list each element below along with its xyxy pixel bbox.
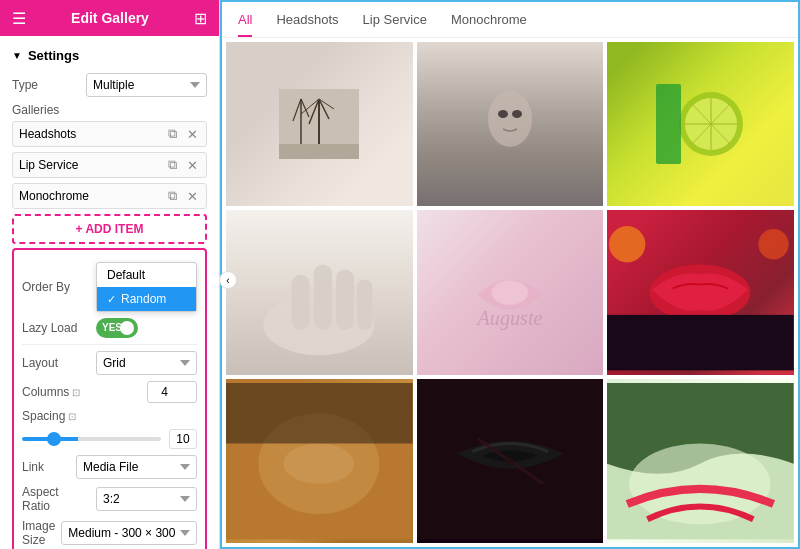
spacing-label-wrap: Spacing ⊡ <box>22 409 76 423</box>
svg-rect-9 <box>279 144 359 159</box>
settings-toggle[interactable]: ▼ Settings <box>12 44 207 67</box>
dropdown-option-random[interactable]: ✓ Random <box>97 287 196 311</box>
dark-lips-svg <box>417 379 604 543</box>
lime-svg <box>656 84 746 164</box>
spacing-slider-row <box>22 429 197 449</box>
spacing-label: Spacing <box>22 409 65 423</box>
sidebar-collapse-button[interactable]: ‹ <box>219 271 237 289</box>
gallery-image-lime <box>607 42 794 206</box>
lazy-load-label: Lazy Load <box>22 321 90 335</box>
image-size-select[interactable]: Medium - 300 × 300 Thumbnail Large <box>61 521 197 545</box>
face-svg <box>475 79 545 169</box>
order-by-row: Order By Default ✓ Random <box>22 262 197 312</box>
gallery-cell-3 <box>607 42 794 206</box>
sidebar-content: ▼ Settings Type Multiple Single Gallerie… <box>0 36 219 549</box>
gallery-cell-2 <box>417 42 604 206</box>
lazy-load-toggle-wrap: YES <box>96 318 138 338</box>
layout-row: Layout Grid Masonry Slider <box>22 351 197 375</box>
hands-svg <box>226 210 413 374</box>
gallery-cell-1 <box>226 42 413 206</box>
main-content: All Headshots Lip Service Monochrome <box>220 0 800 549</box>
tab-all[interactable]: All <box>238 12 252 37</box>
svg-point-10 <box>488 91 532 147</box>
collapse-icon: ▼ <box>12 50 22 61</box>
link-select[interactable]: Media File None Attachment Page <box>76 455 197 479</box>
settings-section: ▼ Settings Type Multiple Single Gallerie… <box>0 36 219 549</box>
gallery-item-headshots: Headshots ⧉ ✕ <box>12 121 207 147</box>
sidebar-header: ☰ Edit Gallery ⊞ <box>0 0 219 36</box>
svg-point-25 <box>491 281 527 305</box>
gallery-item-actions: ⧉ ✕ <box>166 157 200 173</box>
duplicate-icon[interactable]: ⧉ <box>166 126 179 142</box>
remove-icon[interactable]: ✕ <box>185 127 200 142</box>
columns-input[interactable] <box>147 381 197 403</box>
order-by-label: Order By <box>22 280 90 294</box>
lazy-load-toggle[interactable]: YES <box>96 318 138 338</box>
spacing-value-input[interactable] <box>169 429 197 449</box>
option-label: Random <box>121 292 166 306</box>
aspect-ratio-row: Aspect Ratio 3:2 1:1 4:3 16:9 <box>22 485 197 513</box>
gallery-item-lipservice: Lip Service ⧉ ✕ <box>12 152 207 178</box>
add-item-button[interactable]: + ADD ITEM <box>12 214 207 244</box>
svg-rect-19 <box>656 84 681 164</box>
svg-point-11 <box>498 110 508 118</box>
gallery-cell-8 <box>417 379 604 543</box>
gallery-item-name: Headshots <box>19 127 166 141</box>
gallery-image-face <box>417 42 604 206</box>
layout-select[interactable]: Grid Masonry Slider <box>96 351 197 375</box>
svg-point-28 <box>609 226 645 262</box>
gallery-cell-6 <box>607 210 794 374</box>
svg-rect-22 <box>314 265 332 331</box>
aspect-ratio-select[interactable]: 3:2 1:1 4:3 16:9 <box>96 487 197 511</box>
svg-point-12 <box>512 110 522 118</box>
bottom-left-svg <box>226 379 413 543</box>
gallery-cell-5: Auguste <box>417 210 604 374</box>
spacing-info-icon: ⊡ <box>68 411 76 422</box>
remove-icon[interactable]: ✕ <box>185 158 200 173</box>
gallery-image-hands <box>226 210 413 374</box>
gallery-grid: Auguste <box>222 38 798 547</box>
sidebar-title: Edit Gallery <box>71 10 149 26</box>
gallery-cell-9 <box>607 379 794 543</box>
dropdown-option-default[interactable]: Default <box>97 263 196 287</box>
trees-svg <box>279 89 359 159</box>
svg-rect-23 <box>336 270 354 331</box>
svg-rect-24 <box>357 280 372 330</box>
tab-headshots[interactable]: Headshots <box>276 12 338 37</box>
sidebar: ☰ Edit Gallery ⊞ ▼ Settings Type Multipl… <box>0 0 220 549</box>
svg-point-33 <box>284 443 355 483</box>
toggle-slider: YES <box>96 318 138 338</box>
gallery-image-bottom-right <box>607 379 794 543</box>
image-size-row: Image Size Medium - 300 × 300 Thumbnail … <box>22 519 197 547</box>
galleries-label: Galleries <box>12 103 207 117</box>
gallery-item-actions: ⧉ ✕ <box>166 126 200 142</box>
tab-monochrome[interactable]: Monochrome <box>451 12 527 37</box>
svg-rect-34 <box>226 383 413 444</box>
svg-text:Auguste: Auguste <box>475 307 542 330</box>
columns-info-icon: ⊡ <box>72 387 80 398</box>
gallery-item-name: Lip Service <box>19 158 166 172</box>
spacing-label-row: Spacing ⊡ <box>22 409 197 423</box>
aspect-ratio-label: Aspect Ratio <box>22 485 90 513</box>
columns-label-wrap: Columns ⊡ <box>22 385 80 399</box>
svg-point-37 <box>505 457 513 465</box>
duplicate-icon[interactable]: ⧉ <box>166 157 179 173</box>
remove-icon[interactable]: ✕ <box>185 189 200 204</box>
svg-point-39 <box>630 443 771 524</box>
pink-svg: Auguste <box>417 210 604 374</box>
grid-icon[interactable]: ⊞ <box>194 9 207 28</box>
link-label: Link <box>22 460 70 474</box>
hamburger-icon[interactable]: ☰ <box>12 9 26 28</box>
tab-lip-service[interactable]: Lip Service <box>363 12 427 37</box>
type-select[interactable]: Multiple Single <box>86 73 207 97</box>
gallery-item-name: Monochrome <box>19 189 166 203</box>
option-label: Default <box>107 268 145 282</box>
divider <box>22 344 197 345</box>
type-row: Type Multiple Single <box>12 73 207 97</box>
order-by-dropdown[interactable]: Default ✓ Random <box>96 262 197 312</box>
spacing-slider[interactable] <box>22 437 161 441</box>
check-icon: ✓ <box>107 293 116 306</box>
gallery-tabs: All Headshots Lip Service Monochrome <box>222 2 798 38</box>
type-label: Type <box>12 78 80 92</box>
duplicate-icon[interactable]: ⧉ <box>166 188 179 204</box>
